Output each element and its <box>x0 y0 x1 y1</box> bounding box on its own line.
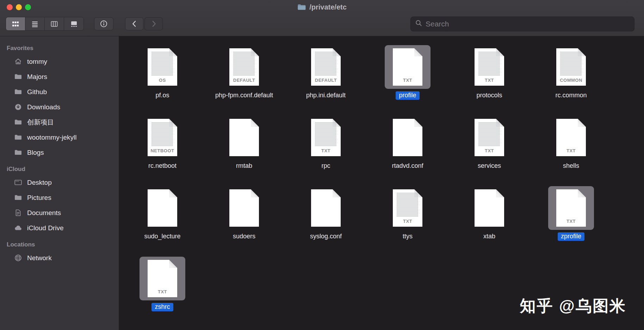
file-name: sudo_lecture <box>144 232 180 240</box>
sidebar-section: iCloudDesktopPicturesDocumentsiCloud Dri… <box>0 160 119 236</box>
document-icon <box>393 119 422 156</box>
sidebar-item-github[interactable]: Github <box>0 84 119 99</box>
file-item-syslog-conf[interactable]: syslog.conf <box>285 186 367 257</box>
gallery-view-icon <box>70 20 78 28</box>
document-icon: TXT <box>556 189 586 227</box>
document-icon <box>475 189 504 227</box>
file-item-sudoers[interactable]: sudoers <box>203 186 285 257</box>
file-area: OSpf.osDEFAULTphp-fpm.conf.defaultDEFAUL… <box>119 36 644 330</box>
window-title: /private/etc <box>309 3 347 11</box>
close-button[interactable] <box>7 4 13 10</box>
minimize-button[interactable] <box>16 4 22 10</box>
sidebar-item-item[interactable]: 创新项目 <box>0 115 119 130</box>
file-item-xtab[interactable]: xtab <box>448 186 530 257</box>
sidebar-item-majors[interactable]: Majors <box>0 69 119 84</box>
sidebar-item-pictures[interactable]: Pictures <box>0 190 119 205</box>
list-view-button[interactable] <box>25 17 45 30</box>
document-icon <box>229 119 259 156</box>
file-item-rmtab[interactable]: rmtab <box>203 116 285 186</box>
document-icon <box>229 189 259 227</box>
file-item-rtadvd-conf[interactable]: rtadvd.conf <box>367 116 448 186</box>
text-preview <box>560 52 582 76</box>
column-view-button[interactable] <box>45 17 64 30</box>
sidebar-item-icloud-drive[interactable]: iCloud Drive <box>0 220 119 236</box>
sidebar-item-desktop[interactable]: Desktop <box>0 175 119 190</box>
file-name: shells <box>563 162 579 170</box>
chevron-left-icon <box>130 20 138 28</box>
sidebar-section: FavoritestommyMajorsGithubDownloads创新项目w… <box>0 39 119 160</box>
sidebar-item-network[interactable]: Network <box>0 250 119 265</box>
search-field[interactable] <box>410 17 634 31</box>
sidebar-item-label: Desktop <box>27 179 52 187</box>
page-fold <box>169 189 177 197</box>
file-type-badge: TXT <box>148 289 177 294</box>
file-item-sudo-lecture[interactable]: sudo_lecture <box>122 186 203 257</box>
icon-view-button[interactable] <box>6 17 25 30</box>
globe-icon <box>14 254 22 262</box>
file-item-zshrc[interactable]: TXTzshrc <box>122 257 203 327</box>
sidebar-item-wootommy-jekyll[interactable]: wootommy-jekyll <box>0 130 119 145</box>
file-name: rc.common <box>555 91 587 99</box>
file-icon: TXT <box>385 186 431 230</box>
file-name: rpc <box>321 162 330 170</box>
document-icon: DEFAULT <box>229 48 259 86</box>
document-icon: TXT <box>393 48 422 86</box>
zoom-button[interactable] <box>25 4 31 10</box>
chevron-right-icon <box>150 20 158 28</box>
file-item-pf-os[interactable]: OSpf.os <box>122 45 203 116</box>
file-item-services[interactable]: TXTservices <box>448 116 530 186</box>
document-icon: NETBOOT <box>148 119 177 156</box>
file-icon: TXT <box>303 116 349 159</box>
file-icon: COMMON <box>548 45 594 89</box>
page-fold <box>578 119 586 127</box>
file-icon: TXT <box>385 45 431 89</box>
file-icon <box>221 186 267 230</box>
file-name: sudoers <box>233 232 255 240</box>
file-icon: TXT <box>466 45 512 89</box>
search-input[interactable] <box>426 20 630 28</box>
sidebar-item-blogs[interactable]: Blogs <box>0 145 119 160</box>
file-type-badge: COMMON <box>556 78 586 83</box>
sidebar-item-label: Blogs <box>27 149 44 157</box>
file-item-rc-netboot[interactable]: NETBOOTrc.netboot <box>122 116 203 186</box>
file-name: syslog.conf <box>310 232 342 240</box>
file-item-zprofile[interactable]: TXTzprofile <box>530 186 612 257</box>
sidebar-item-label: Documents <box>27 209 61 217</box>
file-item-ttys[interactable]: TXTttys <box>367 186 448 257</box>
file-icon: TXT <box>140 257 185 300</box>
file-icon: NETBOOT <box>140 116 185 159</box>
file-name: php-fpm.conf.default <box>215 91 273 99</box>
file-type-badge: TXT <box>475 78 504 83</box>
get-info-button[interactable] <box>94 17 113 30</box>
sidebar-item-documents[interactable]: Documents <box>0 205 119 220</box>
sidebar-item-tommy[interactable]: tommy <box>0 54 119 69</box>
view-mode-control <box>6 17 84 31</box>
file-item-rpc[interactable]: TXTrpc <box>285 116 367 186</box>
sidebar-item-downloads[interactable]: Downloads <box>0 99 119 115</box>
sidebar-item-label: tommy <box>27 58 47 66</box>
back-button[interactable] <box>125 17 143 30</box>
document-icon: COMMON <box>556 48 586 86</box>
file-item-protocols[interactable]: TXTprotocols <box>448 45 530 116</box>
gallery-view-button[interactable] <box>64 17 83 30</box>
documents-icon <box>14 209 22 217</box>
file-item-shells[interactable]: TXTshells <box>530 116 612 186</box>
finder-window: /private/etc <box>0 0 644 330</box>
sidebar-section-title: Favorites <box>0 39 119 54</box>
text-preview <box>233 52 255 76</box>
file-item-profile[interactable]: TXTprofile <box>367 45 448 116</box>
info-icon <box>100 20 108 28</box>
document-icon <box>311 189 341 227</box>
document-icon: TXT <box>475 48 504 86</box>
file-item-php-fpm-conf-default[interactable]: DEFAULTphp-fpm.conf.default <box>203 45 285 116</box>
file-type-badge: TXT <box>475 148 504 153</box>
page-fold <box>251 119 259 127</box>
forward-button[interactable] <box>144 17 163 30</box>
folder-icon <box>14 133 22 141</box>
page-fold <box>496 189 504 197</box>
file-icon: TXT <box>466 116 512 159</box>
page-fold <box>414 119 422 127</box>
sidebar-section: LocationsNetwork <box>0 236 119 265</box>
file-item-php-ini-default[interactable]: DEFAULTphp.ini.default <box>285 45 367 116</box>
file-item-rc-common[interactable]: COMMONrc.common <box>530 45 612 116</box>
